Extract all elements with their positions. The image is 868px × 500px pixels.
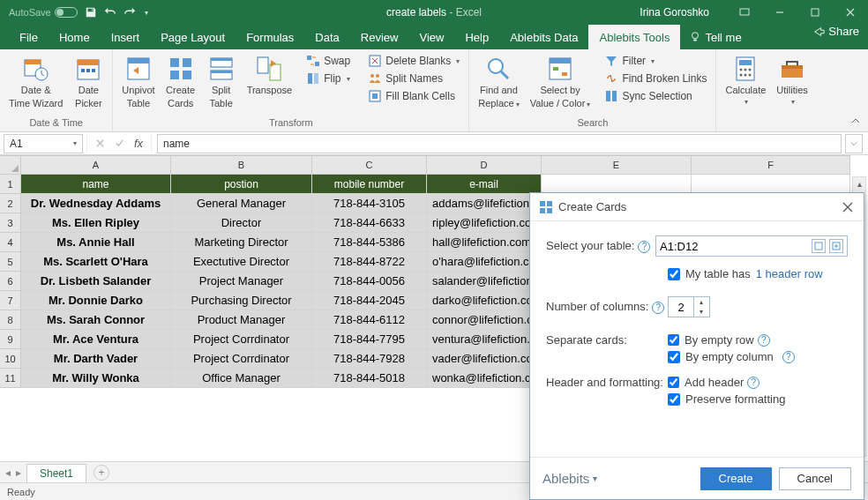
cell[interactable]: 718-844-5018 [312, 369, 427, 388]
row-header[interactable]: 7 [0, 291, 21, 310]
tab-help[interactable]: Help [454, 25, 499, 49]
cancel-button[interactable]: Cancel [779, 467, 851, 490]
autosave-toggle[interactable]: AutoSave [9, 7, 78, 18]
cell[interactable]: Ms. Sarah Connor [21, 310, 171, 330]
cell[interactable]: 718-844-3105 [312, 194, 427, 213]
cell[interactable]: 718-844-5386 [312, 233, 427, 252]
cell[interactable]: Mr. Donnie Darko [21, 291, 171, 310]
cell[interactable]: addams@lifefiction.co [427, 194, 542, 213]
transpose-button[interactable]: Transpose [243, 53, 296, 117]
collapse-ribbon-icon[interactable] [849, 114, 863, 128]
cell[interactable]: Mr. Willy Wonka [21, 369, 171, 388]
cell[interactable] [542, 175, 692, 194]
cell[interactable] [692, 175, 850, 194]
header-rows-link[interactable]: 1 header row [756, 267, 823, 280]
col-header[interactable]: B [171, 155, 312, 175]
col-header[interactable]: F [692, 155, 850, 175]
flip-button[interactable]: Flip▾ [303, 71, 354, 86]
col-header[interactable]: C [312, 155, 427, 175]
table-range-input[interactable] [655, 235, 848, 257]
calculate-button[interactable]: Calculate▾ [722, 53, 769, 117]
help-icon[interactable]: ? [638, 241, 650, 253]
cell[interactable]: Project Corrdinator [171, 330, 312, 349]
help-icon[interactable]: ? [758, 334, 770, 347]
cell[interactable]: 718-844-2045 [312, 291, 427, 310]
name-box[interactable]: A1 ▾ [4, 134, 83, 153]
by-empty-row-checkbox[interactable] [668, 334, 679, 346]
cell[interactable]: 718-844-7795 [312, 330, 427, 349]
find-replace-button[interactable]: Find andReplace▾ [475, 53, 522, 117]
cell[interactable]: salander@lifefiction.co [427, 272, 542, 291]
cell[interactable]: darko@lifefiction.co [427, 291, 542, 310]
user-name[interactable]: Irina Goroshko [640, 6, 709, 19]
undo-icon[interactable] [104, 6, 116, 19]
spin-down-icon[interactable]: ▾ [694, 307, 707, 317]
tab-view[interactable]: View [408, 25, 454, 49]
tab-ablebits-tools[interactable]: Ablebits Tools [588, 25, 680, 49]
cell[interactable]: Project Corrdinator [171, 349, 312, 369]
ribbon-display-icon[interactable] [727, 0, 762, 25]
cell[interactable]: connor@lifefiction.co [427, 310, 542, 330]
tab-home[interactable]: Home [49, 25, 101, 49]
tab-insert[interactable]: Insert [101, 25, 151, 49]
save-icon[interactable] [85, 6, 97, 19]
fill-blank-cells-button[interactable]: Fill Blank Cells [364, 88, 463, 104]
sync-selection-button[interactable]: Sync Selection [601, 88, 710, 104]
expand-formula-bar-icon[interactable] [845, 134, 863, 153]
enter-formula-icon[interactable] [110, 135, 128, 153]
tab-page-layout[interactable]: Page Layout [150, 25, 236, 49]
help-icon[interactable]: ? [782, 351, 795, 363]
spin-up-icon[interactable]: ▴ [694, 297, 707, 307]
share-button[interactable]: Share [812, 25, 859, 38]
cell[interactable]: ventura@lifefiction.co [427, 330, 542, 349]
row-header[interactable]: 8 [0, 310, 21, 330]
create-cards-button[interactable]: CreateCards [162, 53, 199, 117]
tab-data[interactable]: Data [304, 25, 349, 49]
tab-ablebits-data[interactable]: Ablebits Data [499, 25, 588, 49]
row-header[interactable]: 11 [0, 369, 21, 388]
cell[interactable]: Product Manager [171, 310, 312, 330]
maximize-icon[interactable] [797, 0, 833, 25]
cell[interactable]: Ms. Scarlett O'Hara [21, 252, 171, 272]
cell[interactable]: Ms. Ellen Ripley [21, 213, 171, 233]
cell[interactable]: Project Manager [171, 272, 312, 291]
cell[interactable]: name [21, 175, 171, 194]
split-table-button[interactable]: SplitTable [203, 53, 240, 117]
row-header[interactable]: 2 [0, 194, 21, 213]
ablebits-brand[interactable]: Ablebits ▾ [542, 471, 597, 486]
cell[interactable]: e-mail [427, 175, 542, 194]
cell[interactable]: Exectutive Director [171, 252, 312, 272]
cell[interactable]: Ms. Annie Hall [21, 233, 171, 252]
by-empty-col-checkbox[interactable] [668, 351, 680, 363]
select-all-corner[interactable] [0, 155, 21, 175]
cell[interactable]: 718-844-8722 [312, 252, 427, 272]
has-header-checkbox[interactable] [668, 268, 680, 280]
cell[interactable]: vader@lifefiction.co [427, 349, 542, 369]
find-broken-links-button[interactable]: Find Broken Links [601, 71, 710, 86]
cell[interactable]: Mr. Ace Ventura [21, 330, 171, 349]
tab-review[interactable]: Review [350, 25, 409, 49]
date-time-wizard-button[interactable]: Date & Time Wizard [5, 53, 66, 117]
qat-dropdown-icon[interactable]: ▾ [145, 9, 148, 17]
fx-icon[interactable]: fx [130, 135, 147, 153]
cell[interactable]: 718-844-6633 [312, 213, 427, 233]
sheet-tab[interactable]: Sheet1 [26, 464, 86, 482]
utilities-button[interactable]: Utilities▾ [773, 53, 811, 117]
col-header[interactable]: A [21, 155, 171, 175]
row-header[interactable]: 5 [0, 252, 21, 272]
row-header[interactable]: 4 [0, 233, 21, 252]
close-icon[interactable] [833, 0, 868, 25]
expand-range-icon[interactable] [829, 239, 843, 253]
delete-blanks-button[interactable]: Delete Blanks▾ [364, 53, 463, 69]
cell[interactable]: postion [171, 175, 312, 194]
filter-button[interactable]: Filter▾ [601, 53, 710, 69]
add-header-checkbox[interactable] [668, 377, 679, 388]
cell[interactable]: wonka@lifefiction.co [427, 369, 542, 388]
swap-button[interactable]: Swap [303, 53, 354, 69]
formula-input[interactable]: name [157, 134, 842, 153]
cell[interactable]: Director [171, 213, 312, 233]
cell[interactable]: General Manager [171, 194, 312, 213]
unpivot-table-button[interactable]: UnpivotTable [118, 53, 158, 117]
row-header[interactable]: 1 [0, 175, 21, 194]
help-icon[interactable]: ? [652, 302, 664, 314]
